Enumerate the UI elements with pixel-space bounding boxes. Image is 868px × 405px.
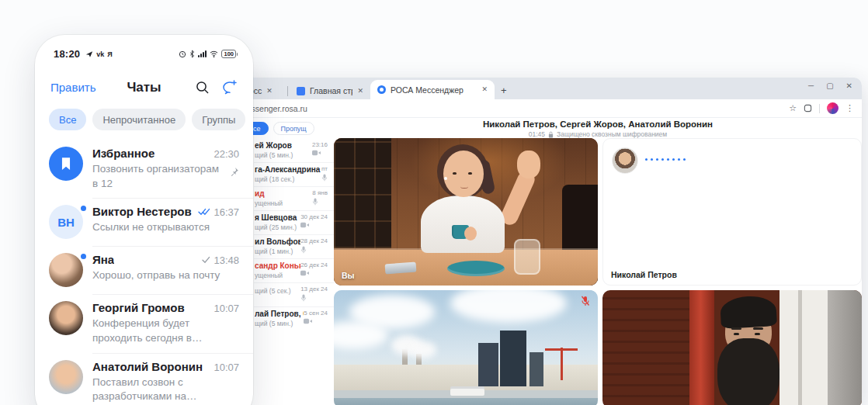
browser-window: росс ✕ Главная страница | Портал ра ✕ РО… bbox=[233, 78, 862, 405]
calls-filter-missed[interactable]: Пропущ bbox=[273, 122, 314, 135]
video-tile-city[interactable] bbox=[334, 290, 598, 405]
chat-item-favorites[interactable]: Избранное 22:30 Позвонить организаторам … bbox=[35, 140, 253, 198]
video-grid: Вы Николай Петров bbox=[334, 138, 862, 405]
portal-favicon-icon bbox=[297, 87, 305, 95]
cellular-signal-icon bbox=[198, 50, 207, 57]
new-chat-icon[interactable] bbox=[222, 80, 238, 95]
avatar-initials: ВН bbox=[49, 205, 83, 239]
unread-dot bbox=[79, 204, 88, 213]
window-close-button[interactable]: ✕ bbox=[846, 81, 852, 90]
call-history-item[interactable]: га-Александрина Ив… щий (18 сек.) пт bbox=[254, 163, 334, 187]
encryption-note: Защищено сквозным шифрованием bbox=[557, 130, 667, 138]
audio-call-icon bbox=[300, 294, 328, 302]
browser-tab-2[interactable]: Главная страница | Портал ра ✕ bbox=[290, 82, 370, 99]
tab-separator bbox=[287, 86, 288, 96]
chat-item-yana[interactable]: Яна 13:48 Хорошо, отправь на почту bbox=[35, 246, 253, 294]
browser-menu-icon[interactable]: ⋮ bbox=[845, 104, 854, 112]
chat-item-anatoliy[interactable]: Анатолий Воронин 10:07 Поставил созвон с… bbox=[35, 353, 253, 405]
browser-profile-avatar[interactable] bbox=[827, 102, 838, 114]
call-history-item[interactable]: ей Жоров щий (5 мин.) 23:16 bbox=[254, 139, 334, 163]
video-call-icon bbox=[300, 270, 328, 276]
browser-tab-strip: росс ✕ Главная страница | Портал ра ✕ РО… bbox=[233, 78, 862, 99]
call-history-item[interactable]: я Шевцова щий (25 мин.) 30 дек 24 bbox=[254, 211, 334, 235]
microphone-muted-icon bbox=[581, 296, 590, 306]
phone-status-bar: 18:20 vk Я 100 bbox=[35, 35, 253, 60]
battery-icon: 100 bbox=[221, 50, 236, 58]
speaking-indicator-dots bbox=[645, 158, 686, 161]
tile-label-self: Вы bbox=[342, 271, 355, 280]
toolbar-divider bbox=[819, 104, 820, 113]
bookmark-star-icon[interactable]: ☆ bbox=[789, 104, 797, 112]
chat-filter-tabs: Все Непрочитанное Группы + bbox=[35, 109, 253, 130]
tab-title: Главная страница | Портал ра bbox=[310, 86, 352, 95]
call-duration: 01:45 bbox=[529, 130, 545, 138]
video-feed-bearded-man bbox=[602, 290, 697, 405]
favorites-avatar bbox=[49, 147, 83, 181]
bookmark-icon bbox=[60, 157, 72, 171]
chat-item-georgiy[interactable]: Георгий Громов 10:07 Конференция будет п… bbox=[35, 294, 253, 352]
paper-plane-icon bbox=[85, 50, 93, 58]
call-history-item[interactable]: лай Петров, Се… щий (5 мин.) 5 сен 24 bbox=[254, 307, 334, 331]
window-maximize-button[interactable]: ▢ bbox=[826, 81, 833, 90]
participant-avatar bbox=[612, 147, 638, 174]
extensions-icon[interactable] bbox=[804, 104, 812, 112]
avatar-photo bbox=[49, 360, 83, 394]
video-call-icon bbox=[304, 318, 328, 324]
rosa-favicon-icon bbox=[377, 85, 386, 94]
phone-chats-header: Править Чаты bbox=[35, 80, 253, 95]
audio-call-icon bbox=[321, 174, 328, 182]
phone-mockup: 18:20 vk Я 100 Править Чаты bbox=[35, 35, 253, 405]
video-call-icon bbox=[312, 150, 328, 156]
call-history-item[interactable]: ил Вольфович щий (1 мин.) 28 дек 24 bbox=[254, 235, 334, 259]
vk-icon: vk bbox=[96, 50, 104, 58]
browser-toolbar: messenger.rosa.ru ☆ ⋮ bbox=[233, 99, 862, 118]
video-call-icon bbox=[300, 222, 328, 228]
wifi-icon bbox=[210, 50, 218, 57]
unread-dot bbox=[79, 252, 88, 261]
call-history-item[interactable]: сандр Коньков ущенный 26 дек 24 bbox=[254, 259, 334, 283]
pin-icon bbox=[229, 167, 239, 177]
rosa-messenger-app: Все Пропущ ей Жоров щий (5 мин.) 23:16 bbox=[233, 118, 862, 405]
tab-close-icon[interactable]: ✕ bbox=[357, 88, 363, 95]
tab-title: РОСА Мессенджер bbox=[391, 85, 477, 95]
tab-groups[interactable]: Группы bbox=[192, 109, 245, 130]
chat-list: Избранное 22:30 Позвонить организаторам … bbox=[35, 140, 253, 405]
read-receipt-single-icon bbox=[202, 256, 210, 264]
call-area: Николай Петров, Сергей Жоров, Анатолий В… bbox=[334, 118, 862, 405]
tab-close-icon[interactable]: ✕ bbox=[481, 86, 488, 93]
avatar-photo bbox=[49, 253, 83, 287]
audio-call-icon bbox=[300, 246, 328, 254]
status-time: 18:20 bbox=[54, 48, 80, 60]
alarm-icon bbox=[179, 50, 186, 58]
video-tile-nikolay[interactable]: Николай Петров bbox=[602, 138, 862, 286]
read-receipt-double-icon bbox=[198, 208, 210, 216]
avatar-photo bbox=[49, 301, 83, 335]
video-tile-self[interactable]: Вы bbox=[334, 138, 598, 286]
lock-icon bbox=[548, 131, 554, 138]
call-history-item[interactable]: ид ущенный 8 янв bbox=[254, 187, 334, 211]
call-history-item[interactable]: щий (5 сек.) 13 дек 24 bbox=[254, 283, 334, 307]
tab-all[interactable]: Все bbox=[49, 109, 86, 130]
edit-button[interactable]: Править bbox=[50, 81, 96, 94]
tile-label-nikolay: Николай Петров bbox=[611, 270, 677, 279]
search-icon[interactable] bbox=[196, 81, 210, 95]
tab-close-icon[interactable]: ✕ bbox=[266, 88, 273, 95]
browser-tab-rosa-messenger[interactable]: РОСА Мессенджер ✕ bbox=[370, 80, 495, 99]
bluetooth-icon bbox=[189, 50, 195, 58]
call-participants-title: Николай Петров, Сергей Жоров, Анатолий В… bbox=[334, 119, 862, 129]
yandex-icon: Я bbox=[107, 50, 112, 58]
chat-item-viktor[interactable]: ВН Виктор Нестеров 16:37 Ссылки не откры… bbox=[35, 198, 253, 246]
video-tile-bearded-man[interactable] bbox=[602, 290, 862, 405]
new-tab-button[interactable]: + bbox=[501, 85, 507, 96]
window-minimize-button[interactable]: ─ bbox=[808, 81, 814, 90]
tab-unread[interactable]: Непрочитанное bbox=[92, 109, 186, 130]
audio-call-icon bbox=[312, 198, 328, 206]
